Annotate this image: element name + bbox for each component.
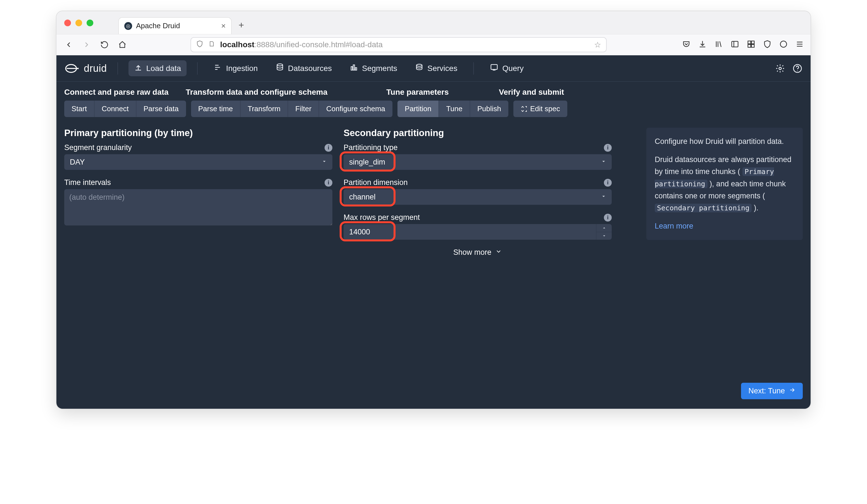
window-minimize-button[interactable] (75, 20, 82, 26)
svg-rect-3 (748, 44, 751, 47)
time-intervals-input[interactable] (64, 189, 332, 225)
stepper-up-button[interactable] (596, 224, 612, 232)
window-maximize-button[interactable] (87, 20, 93, 26)
settings-gear-icon[interactable] (775, 63, 785, 74)
step-parse-data[interactable]: Parse data (136, 100, 186, 117)
svg-point-14 (779, 67, 782, 69)
svg-rect-13 (491, 65, 497, 69)
nav-ingestion[interactable]: Ingestion (208, 60, 264, 76)
home-button[interactable] (117, 39, 128, 50)
tab-favicon: ◎ (124, 22, 132, 30)
help-icon[interactable] (792, 63, 803, 74)
help-panel: Configure how Druid will partition data.… (646, 128, 803, 240)
forward-button[interactable] (81, 39, 92, 50)
step-connect[interactable]: Connect (94, 100, 136, 117)
learn-more-link[interactable]: Learn more (655, 222, 693, 230)
svg-rect-11 (355, 68, 357, 70)
segment-granularity-select[interactable]: DAY (64, 154, 332, 170)
max-rows-input[interactable] (344, 224, 596, 240)
nav-segments[interactable]: Segments (344, 60, 403, 76)
druid-logo-icon (64, 61, 80, 76)
downloads-icon[interactable] (698, 40, 707, 50)
brand-text: druid (84, 63, 107, 74)
max-rows-label: Max rows per segment (344, 213, 420, 222)
nav-datasources[interactable]: Datasources (270, 60, 338, 76)
info-icon[interactable]: i (604, 179, 612, 186)
tab-close-icon[interactable]: × (221, 22, 226, 31)
chevron-down-icon (495, 248, 502, 257)
show-more-toggle[interactable]: Show more (344, 248, 612, 257)
sidebar-icon[interactable] (731, 40, 739, 50)
svg-point-7 (77, 68, 78, 69)
secondary-partitioning-title: Secondary partitioning (344, 128, 612, 138)
help-text: Configure how Druid will partition data. (655, 136, 794, 148)
upload-icon (134, 63, 142, 74)
brand-logo[interactable]: druid (64, 61, 107, 76)
step-publish[interactable]: Publish (470, 100, 509, 117)
next-button[interactable]: Next: Tune (741, 383, 803, 399)
help-text: Druid datasources are always partitioned… (655, 154, 794, 214)
new-tab-button[interactable]: + (237, 20, 246, 30)
extension-badge-icon[interactable] (779, 40, 788, 50)
wizard-step-bar: Connect and parse raw data Transform dat… (56, 82, 811, 121)
step-header-transform: Transform data and configure schema (186, 88, 386, 97)
step-start[interactable]: Start (64, 100, 94, 117)
browser-toolbar: localhost:8888/unified-console.html#load… (56, 34, 811, 55)
step-configure-schema[interactable]: Configure schema (319, 100, 393, 117)
browser-tab[interactable]: ◎ Apache Druid × (118, 17, 232, 34)
address-bar[interactable]: localhost:8888/unified-console.html#load… (191, 37, 607, 52)
gantt-icon (214, 63, 222, 74)
svg-point-12 (416, 64, 422, 66)
step-header-verify: Verify and submit (499, 88, 564, 97)
bookmark-star-icon[interactable]: ☆ (594, 40, 601, 50)
step-tune[interactable]: Tune (439, 100, 470, 117)
svg-rect-10 (353, 65, 354, 70)
info-icon[interactable]: i (604, 144, 612, 152)
services-icon (415, 63, 424, 74)
window-close-button[interactable] (64, 20, 71, 26)
max-rows-input-wrapper (344, 224, 612, 240)
nav-load-data[interactable]: Load data (128, 60, 187, 76)
partitioning-type-select[interactable]: single_dim (344, 154, 612, 170)
partition-dimension-select[interactable]: channel (344, 189, 612, 205)
pocket-icon[interactable] (682, 40, 691, 50)
svg-rect-9 (351, 67, 353, 71)
step-transform[interactable]: Transform (240, 100, 288, 117)
segments-icon (350, 63, 358, 74)
svg-rect-1 (748, 41, 751, 44)
time-intervals-label: Time intervals (64, 178, 111, 187)
info-icon[interactable]: i (604, 214, 612, 222)
svg-rect-2 (751, 41, 754, 44)
hamburger-menu-icon[interactable] (795, 40, 804, 50)
info-icon[interactable]: i (324, 144, 332, 152)
step-header-connect: Connect and parse raw data (64, 88, 186, 97)
primary-partitioning-title: Primary partitioning (by time) (64, 128, 332, 138)
tab-title: Apache Druid (136, 22, 180, 30)
step-parse-time[interactable]: Parse time (191, 100, 240, 117)
chevron-down-icon (600, 158, 607, 167)
shield-icon (196, 40, 203, 50)
arrow-right-icon (789, 387, 795, 395)
step-filter[interactable]: Filter (288, 100, 319, 117)
step-partition[interactable]: Partition (397, 100, 439, 117)
url-text: localhost:8888/unified-console.html#load… (220, 40, 383, 49)
stepper-down-button[interactable] (596, 232, 612, 240)
svg-point-16 (797, 71, 798, 71)
database-icon (276, 63, 284, 74)
container-icon[interactable] (747, 40, 755, 50)
partition-dimension-label: Partition dimension (344, 178, 408, 187)
window-titlebar: ◎ Apache Druid × + (56, 11, 811, 34)
nav-services[interactable]: Services (409, 60, 463, 76)
nav-query[interactable]: Query (484, 60, 529, 76)
back-button[interactable] (63, 39, 74, 50)
reload-button[interactable] (99, 39, 110, 50)
chevron-down-icon (321, 158, 327, 167)
partitioning-type-label: Partitioning type (344, 143, 398, 152)
library-icon[interactable] (715, 40, 723, 50)
app-navbar: druid Load data Ingestion Datasources Se… (56, 55, 811, 82)
extension-shield-icon[interactable] (763, 40, 771, 50)
site-info-icon (208, 40, 215, 49)
step-edit-spec[interactable]: Edit spec (513, 100, 567, 117)
info-icon[interactable]: i (324, 179, 332, 186)
svg-rect-0 (732, 41, 738, 47)
